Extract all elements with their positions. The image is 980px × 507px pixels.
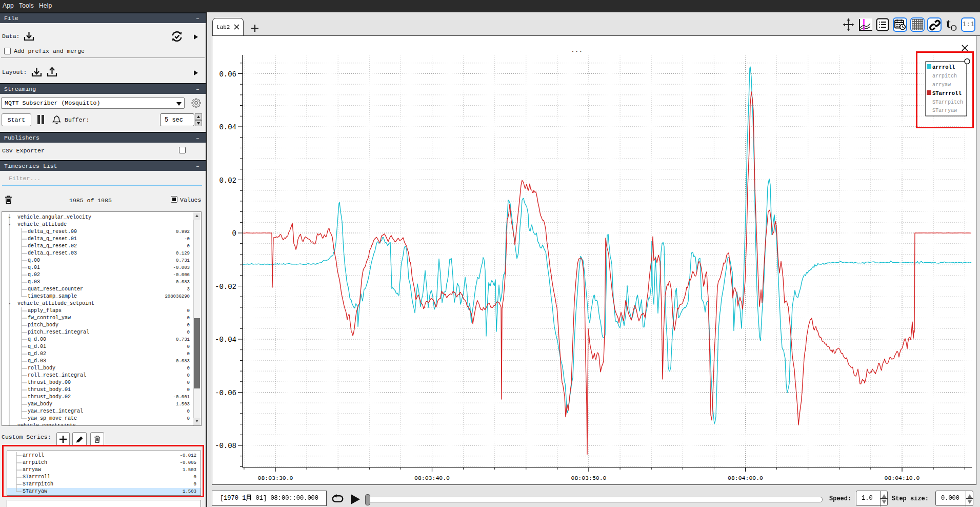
- svg-text:08:03:30.0: 08:03:30.0: [257, 475, 293, 481]
- svg-text:-0.04: -0.04: [215, 336, 236, 344]
- svg-text:...: ...: [571, 46, 583, 54]
- svg-text:0: 0: [232, 229, 236, 238]
- svg-text:0.06: 0.06: [219, 70, 236, 79]
- svg-text:-0.02: -0.02: [215, 283, 236, 291]
- svg-text:08:04:00.0: 08:04:00.0: [728, 475, 763, 481]
- svg-text:STarrroll: STarrroll: [932, 90, 962, 96]
- svg-text:STarrpitch: STarrpitch: [932, 100, 963, 105]
- svg-text:08:03:50.0: 08:03:50.0: [571, 475, 606, 481]
- svg-text:08:03:40.0: 08:03:40.0: [414, 475, 450, 481]
- svg-text:08:04:10.0: 08:04:10.0: [884, 475, 919, 481]
- svg-text:-0.08: -0.08: [215, 442, 236, 450]
- svg-text:arrpitch: arrpitch: [932, 73, 957, 79]
- svg-text:0.02: 0.02: [219, 177, 236, 185]
- svg-text:0.04: 0.04: [219, 123, 236, 131]
- svg-text:arrroll: arrroll: [932, 64, 955, 70]
- svg-text:STarryaw: STarryaw: [932, 108, 957, 113]
- svg-text:-0.06: -0.06: [215, 389, 236, 397]
- svg-text:arryaw: arryaw: [932, 82, 951, 88]
